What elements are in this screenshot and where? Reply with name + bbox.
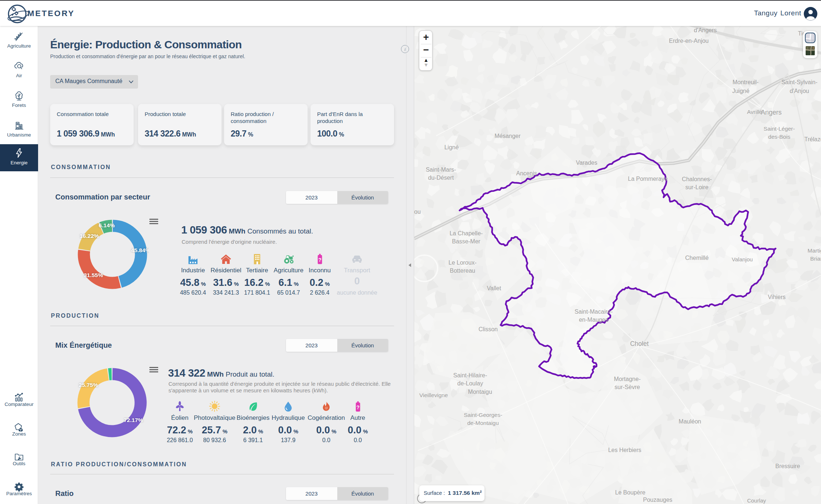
svg-text:Basse-Mer: Basse-Mer	[452, 238, 480, 244]
svg-text:La Pommeraye: La Pommeraye	[628, 176, 668, 182]
svg-text:72.17%: 72.17%	[124, 417, 143, 423]
svg-text:6.14%: 6.14%	[99, 222, 115, 228]
svg-text:d'Anjou: d'Anjou	[790, 88, 809, 94]
svg-text:Montreuil-: Montreuil-	[732, 79, 758, 85]
svg-text:Bressuire: Bressuire	[775, 463, 800, 469]
svg-text:Le Loroux-: Le Loroux-	[449, 260, 477, 266]
svg-text:?: ?	[356, 404, 360, 410]
svg-text:Cholet: Cholet	[630, 340, 649, 347]
svg-text:31.55%: 31.55%	[84, 272, 103, 278]
svg-text:Saint-Mars-: Saint-Mars-	[426, 167, 456, 173]
svg-text:Saint-Hilaire-: Saint-Hilaire-	[453, 372, 487, 378]
svg-text:Mésanger: Mésanger	[494, 133, 521, 139]
svg-text:Saint-Léger-: Saint-Léger-	[764, 126, 795, 132]
svg-text:Chemillé: Chemillé	[685, 254, 709, 261]
svg-text:Valanjou: Valanjou	[732, 256, 753, 262]
svg-text:d'Angers: d'Angers	[694, 27, 717, 33]
svg-text:Vieillevigne: Vieillevigne	[419, 392, 448, 398]
svg-text:Saint-Macaire-: Saint-Macaire-	[575, 309, 613, 315]
svg-text:Pouzauges: Pouzauges	[643, 497, 672, 503]
svg-text:Briand: Briand	[810, 255, 821, 262]
svg-text:Ligné: Ligné	[444, 144, 458, 150]
svg-text:des-Bois: des-Bois	[768, 134, 791, 140]
svg-text:en-Mauges: en-Mauges	[579, 317, 608, 323]
svg-text:45.84%: 45.84%	[131, 247, 149, 253]
svg-text:Juigné: Juigné	[732, 88, 749, 94]
svg-text:25.75%: 25.75%	[79, 382, 98, 388]
svg-text:ou: ou	[414, 209, 421, 215]
svg-text:Bottereau: Bottereau	[450, 268, 475, 274]
svg-text:Courlay: Courlay	[747, 497, 766, 504]
svg-text:Mortagne-: Mortagne-	[614, 376, 641, 382]
svg-text:Erdre-en-Anjou: Erdre-en-Anjou	[669, 38, 709, 44]
svg-text:Mauléon: Mauléon	[679, 418, 701, 425]
svg-text:Angers: Angers	[761, 109, 781, 116]
svg-text:Avrillé: Avrillé	[747, 109, 762, 115]
svg-text:Vihiers: Vihiers	[768, 294, 786, 300]
svg-text:Clisson: Clisson	[479, 326, 498, 332]
svg-text:Martigné-: Martigné-	[807, 247, 821, 254]
svg-text:Saint-Sylvain-: Saint-Sylvain-	[781, 79, 818, 85]
svg-text:La Chapelle-: La Chapelle-	[450, 230, 483, 236]
svg-text:du-Désert: du-Désert	[428, 175, 454, 181]
svg-text:sur-Sèvre: sur-Sèvre	[614, 384, 640, 390]
svg-text:16.22%: 16.22%	[80, 233, 99, 239]
svg-text:Le Boupère: Le Boupère	[615, 489, 646, 496]
svg-text:Montaigu: Montaigu	[468, 389, 492, 395]
svg-text:Chalonnes-: Chalonnes-	[682, 176, 712, 182]
svg-text:de-Montaigu: de-Montaigu	[467, 420, 499, 426]
svg-text:Vallet: Vallet	[487, 285, 501, 291]
svg-text:Les Herbiers: Les Herbiers	[608, 447, 642, 453]
svg-text:sur-Loire: sur-Loire	[685, 184, 708, 190]
svg-text:Varades: Varades	[576, 160, 597, 166]
svg-text:Saint-Georges-: Saint-Georges-	[464, 412, 502, 418]
svg-text:Trélazé: Trélazé	[805, 136, 821, 142]
svg-text:Ancenis: Ancenis	[516, 170, 537, 176]
svg-text:de-Loulay: de-Loulay	[457, 380, 483, 387]
svg-text:?: ?	[318, 257, 322, 263]
